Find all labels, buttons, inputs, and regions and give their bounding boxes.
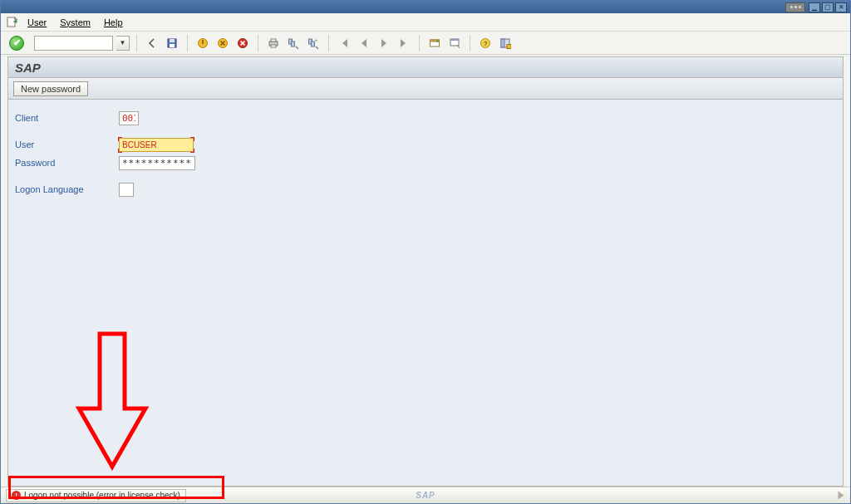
menu-system[interactable]: System bbox=[55, 16, 96, 29]
user-field[interactable] bbox=[119, 138, 194, 152]
menu-command-icon[interactable] bbox=[6, 16, 19, 29]
prev-page-button[interactable] bbox=[356, 35, 372, 51]
client-field[interactable] bbox=[119, 111, 139, 125]
menu-user[interactable]: User bbox=[22, 16, 52, 29]
statusbar: ! Logon not possible (error in license c… bbox=[1, 487, 850, 503]
print-button[interactable] bbox=[265, 35, 282, 51]
logon-language-label: Logon Language bbox=[15, 184, 119, 194]
toolbar-separator bbox=[328, 35, 329, 51]
new-session-button[interactable]: + bbox=[426, 35, 443, 51]
exit-button[interactable] bbox=[194, 35, 211, 51]
toolbar-separator bbox=[136, 35, 137, 51]
toolbar-separator bbox=[187, 35, 188, 51]
standard-toolbar: ✔ ▼ + bbox=[1, 32, 850, 55]
toolbar-separator bbox=[419, 35, 420, 51]
minimize-button[interactable]: ▁ bbox=[809, 2, 820, 12]
password-field[interactable] bbox=[119, 156, 195, 170]
back-button[interactable] bbox=[144, 35, 160, 51]
svg-rect-11 bbox=[292, 42, 295, 46]
enter-button[interactable]: ✔ bbox=[9, 36, 24, 51]
client-label: Client bbox=[15, 113, 119, 123]
password-label: Password bbox=[15, 158, 119, 168]
status-message-box[interactable]: ! Logon not possible (error in license c… bbox=[6, 489, 186, 502]
cancel-button[interactable] bbox=[234, 35, 251, 51]
toolbar-separator bbox=[470, 35, 470, 51]
menu-help[interactable]: Help bbox=[99, 16, 128, 29]
close-button[interactable]: ✕ bbox=[835, 2, 847, 12]
find-button[interactable] bbox=[285, 35, 302, 51]
svg-rect-19 bbox=[450, 39, 459, 41]
svg-rect-8 bbox=[271, 39, 276, 42]
app-title: SAP bbox=[15, 61, 41, 75]
next-page-button[interactable] bbox=[376, 35, 392, 51]
app-title-panel: SAP bbox=[7, 56, 844, 78]
logon-language-field[interactable] bbox=[119, 183, 134, 197]
command-field[interactable] bbox=[35, 37, 112, 50]
svg-text:+: + bbox=[315, 37, 317, 42]
svg-rect-9 bbox=[271, 45, 276, 47]
toolbar-separator bbox=[258, 35, 258, 51]
error-icon: ! bbox=[12, 491, 21, 500]
new-password-button[interactable]: New password bbox=[13, 81, 88, 96]
logon-form: Client User Password Logon Language bbox=[7, 100, 844, 487]
menubar: User System Help bbox=[1, 13, 850, 32]
svg-rect-3 bbox=[170, 44, 175, 47]
svg-rect-2 bbox=[170, 39, 175, 42]
svg-rect-24 bbox=[507, 44, 511, 48]
cancel-x-button[interactable] bbox=[214, 35, 231, 51]
sap-logo: SAP bbox=[416, 491, 435, 500]
command-dropdown-button[interactable]: ▼ bbox=[116, 36, 130, 51]
command-field-box bbox=[34, 36, 113, 51]
app-switcher-icon[interactable] bbox=[785, 2, 805, 12]
status-expand-icon[interactable] bbox=[839, 492, 844, 500]
app-toolbar: New password bbox=[7, 78, 844, 100]
svg-rect-13 bbox=[312, 42, 315, 46]
first-page-button[interactable] bbox=[336, 35, 352, 51]
window-titlebar: ▁ ▢ ✕ bbox=[1, 1, 850, 13]
svg-text:+: + bbox=[436, 37, 440, 42]
save-button[interactable] bbox=[164, 35, 180, 51]
last-page-button[interactable] bbox=[396, 35, 412, 51]
status-message-text: Logon not possible (error in license che… bbox=[24, 491, 180, 500]
svg-rect-23 bbox=[501, 39, 504, 47]
find-next-button[interactable]: + bbox=[305, 35, 322, 51]
help-button[interactable]: ? bbox=[477, 35, 494, 51]
shortcut-button[interactable] bbox=[446, 35, 463, 51]
svg-text:?: ? bbox=[484, 40, 488, 47]
user-label: User bbox=[15, 139, 119, 149]
layout-button[interactable] bbox=[497, 35, 514, 51]
maximize-button[interactable]: ▢ bbox=[822, 2, 834, 12]
